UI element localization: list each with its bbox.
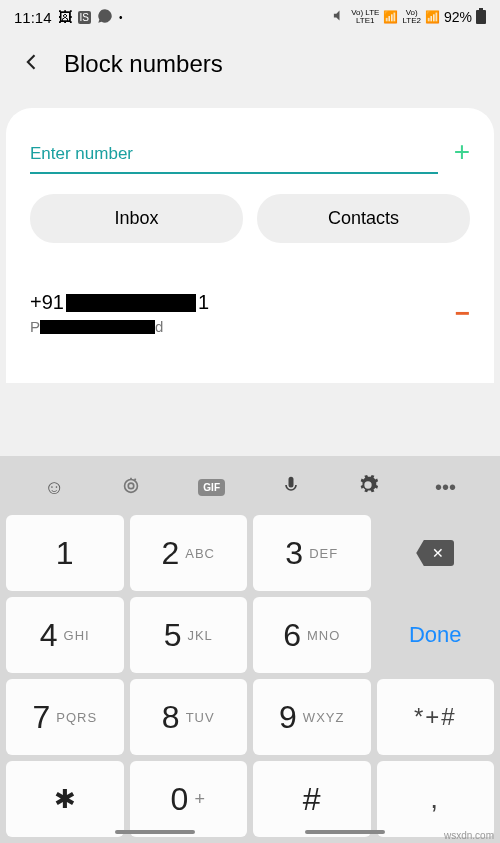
remove-icon[interactable]: −: [455, 298, 470, 329]
svg-point-2: [125, 480, 138, 493]
backspace-icon: ✕: [416, 540, 454, 566]
signal-bars-2: 📶: [425, 10, 440, 24]
inbox-button[interactable]: Inbox: [30, 194, 243, 243]
signal-1: Vo) LTELTE1: [351, 9, 379, 25]
whatsapp-icon: [97, 8, 113, 27]
signal-bars-1: 📶: [383, 10, 398, 24]
page-title: Block numbers: [64, 50, 223, 78]
redacted: [66, 294, 196, 312]
back-button[interactable]: [22, 50, 42, 78]
dot-icon: •: [119, 12, 123, 23]
content-card: + Inbox Contacts +91 1 Pd −: [6, 108, 494, 383]
key-0[interactable]: 0+: [130, 761, 248, 837]
mute-icon: [332, 8, 347, 26]
key-9[interactable]: 9WXYZ: [253, 679, 371, 755]
blocked-name: Pd: [30, 318, 209, 335]
key-star[interactable]: ✱: [6, 761, 124, 837]
contacts-button[interactable]: Contacts: [257, 194, 470, 243]
mic-icon[interactable]: [281, 474, 301, 501]
blocked-info: +91 1 Pd: [30, 291, 209, 335]
key-5[interactable]: 5JKL: [130, 597, 248, 673]
more-icon[interactable]: •••: [435, 476, 456, 499]
watermark: wsxdn.com: [444, 830, 494, 841]
status-bar: 11:14 🖼 IS • Vo) LTELTE1 📶 Vo)LTE2 📶 92%: [0, 0, 500, 34]
key-3[interactable]: 3DEF: [253, 515, 371, 591]
key-8[interactable]: 8TUV: [130, 679, 248, 755]
redacted: [40, 320, 155, 334]
svg-rect-1: [479, 8, 483, 10]
key-hash[interactable]: #: [253, 761, 371, 837]
number-input[interactable]: [30, 136, 438, 174]
blocked-number: +91 1: [30, 291, 209, 314]
key-done[interactable]: Done: [377, 597, 495, 673]
blocked-list-item: +91 1 Pd −: [30, 283, 470, 363]
status-time: 11:14: [14, 9, 52, 26]
status-left: 11:14 🖼 IS •: [14, 8, 123, 27]
header: Block numbers: [0, 34, 500, 94]
key-1[interactable]: 1: [6, 515, 124, 591]
button-row: Inbox Contacts: [30, 194, 470, 243]
battery-text: 92%: [444, 9, 472, 25]
input-row: +: [30, 136, 470, 174]
add-icon[interactable]: +: [454, 136, 470, 174]
key-4[interactable]: 4GHI: [6, 597, 124, 673]
battery-icon: [476, 8, 486, 27]
keypad-grid: 1 2ABC 3DEF ✕ 4GHI 5JKL 6MNO Done 7PQRS …: [6, 515, 494, 837]
status-right: Vo) LTELTE1 📶 Vo)LTE2 📶 92%: [332, 8, 486, 27]
key-7[interactable]: 7PQRS: [6, 679, 124, 755]
keyboard: ☺ GIF ••• 1 2ABC 3DEF ✕ 4GHI 5JKL 6MNO D…: [0, 456, 500, 843]
gear-icon[interactable]: [357, 474, 379, 501]
key-symbols[interactable]: *+#: [377, 679, 495, 755]
image-icon: 🖼: [58, 9, 72, 25]
key-backspace[interactable]: ✕: [377, 515, 495, 591]
signal-2: Vo)LTE2: [402, 9, 421, 25]
emoji-icon[interactable]: ☺: [44, 476, 64, 499]
svg-point-3: [129, 483, 135, 489]
svg-rect-0: [476, 10, 486, 24]
key-comma[interactable]: ,: [377, 761, 495, 837]
key-6[interactable]: 6MNO: [253, 597, 371, 673]
is-icon: IS: [78, 11, 91, 24]
key-2[interactable]: 2ABC: [130, 515, 248, 591]
sticker-icon[interactable]: [120, 474, 142, 501]
keyboard-toolbar: ☺ GIF •••: [6, 462, 494, 515]
gif-icon[interactable]: GIF: [198, 479, 225, 496]
